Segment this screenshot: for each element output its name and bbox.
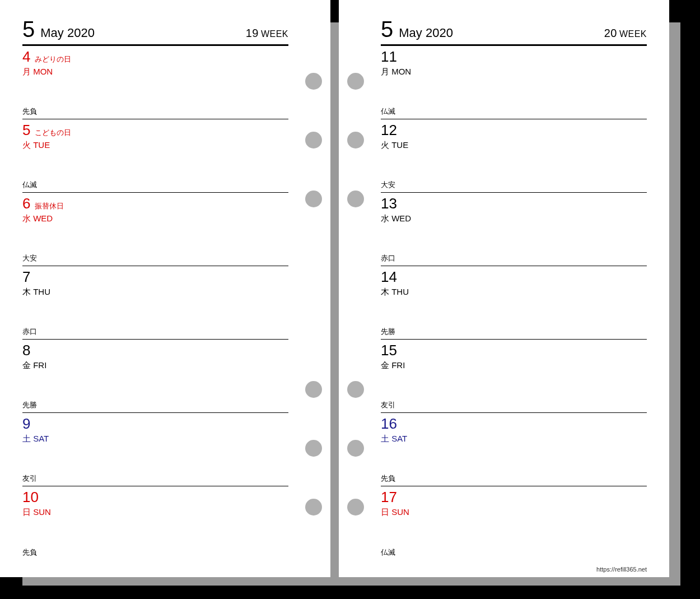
- date-number: 17: [381, 489, 397, 506]
- binder-hole-icon: [305, 440, 322, 457]
- day-of-week: 月 MON: [381, 67, 647, 77]
- day-row: 13水 WED赤口: [381, 193, 647, 266]
- rokuyou-label: 仏滅: [22, 180, 37, 190]
- day-row: 7木 THU赤口: [22, 266, 288, 340]
- page-header: 5 May 2020 20WEEK: [381, 17, 647, 46]
- date-line: 15: [381, 342, 647, 359]
- day-of-week: 水 WED: [22, 213, 288, 224]
- date-line: 7: [22, 268, 288, 286]
- binder-hole-icon: [305, 499, 322, 516]
- date-line: 9: [22, 415, 288, 433]
- date-number: 5: [22, 122, 30, 139]
- day-row: 11月 MON仏滅: [381, 46, 647, 119]
- binder-hole-icon: [305, 191, 322, 207]
- rokuyou-label: 仏滅: [381, 547, 395, 558]
- binder-holes-right: [347, 0, 364, 577]
- footer-url: https://refill365.net: [596, 566, 647, 573]
- month-year-text: May 2020: [399, 26, 453, 40]
- day-row: 8金 FRI先勝: [22, 340, 288, 413]
- date-number: 7: [22, 268, 30, 286]
- date-number: 12: [381, 122, 397, 139]
- day-row: 4みどりの日月 MON先負: [22, 46, 288, 119]
- date-number: 14: [381, 268, 397, 286]
- rokuyou-label: 友引: [381, 400, 395, 410]
- date-number: 6: [22, 195, 30, 212]
- rokuyou-label: 先負: [22, 547, 37, 558]
- planner-spread: 5 May 2020 19WEEK 4みどりの日月 MON先負5こどもの日火 T…: [0, 0, 669, 577]
- day-row: 16土 SAT先負: [381, 413, 647, 486]
- day-row: 12火 TUE大安: [381, 119, 647, 193]
- binder-holes-left: [305, 0, 322, 577]
- month-number: 5: [381, 17, 393, 42]
- binder-hole-icon: [347, 191, 364, 207]
- rokuyou-label: 大安: [22, 253, 37, 263]
- right-page: 5 May 2020 20WEEK 11月 MON仏滅12火 TUE大安13水 …: [339, 0, 669, 577]
- date-line: 10: [22, 489, 288, 506]
- rokuyou-label: 先勝: [381, 327, 395, 337]
- day-of-week: 火 TUE: [381, 140, 647, 151]
- binder-hole-icon: [347, 73, 364, 90]
- date-line: 6振替休日: [22, 195, 288, 212]
- month-year-text: May 2020: [40, 26, 95, 40]
- date-line: 12: [381, 122, 647, 139]
- rokuyou-label: 赤口: [381, 253, 395, 263]
- binder-hole-icon: [347, 440, 364, 457]
- day-of-week: 日 SUN: [381, 507, 647, 518]
- binder-hole-icon: [305, 132, 322, 148]
- week-label: 20WEEK: [604, 27, 647, 40]
- date-line: 16: [381, 415, 647, 433]
- holiday-name: こどもの日: [35, 128, 71, 138]
- binder-hole-icon: [305, 381, 322, 398]
- date-number: 15: [381, 342, 397, 359]
- date-line: 5こどもの日: [22, 122, 288, 139]
- binder-hole-icon: [347, 132, 364, 148]
- day-row: 10日 SUN先負: [22, 486, 288, 560]
- day-of-week: 木 THU: [381, 287, 647, 298]
- day-row: 9土 SAT友引: [22, 413, 288, 486]
- day-of-week: 土 SAT: [22, 434, 288, 444]
- date-number: 9: [22, 415, 30, 433]
- date-line: 11: [381, 48, 647, 66]
- binder-hole-icon: [305, 73, 322, 90]
- day-of-week: 水 WED: [381, 213, 647, 224]
- month-number: 5: [22, 17, 35, 42]
- date-line: 17: [381, 489, 647, 506]
- left-page: 5 May 2020 19WEEK 4みどりの日月 MON先負5こどもの日火 T…: [0, 0, 330, 577]
- holiday-name: みどりの日: [35, 54, 71, 64]
- date-line: 8: [22, 342, 288, 359]
- page-header: 5 May 2020 19WEEK: [22, 17, 288, 46]
- day-of-week: 火 TUE: [22, 140, 288, 151]
- rokuyou-label: 大安: [381, 180, 395, 190]
- week-label: 19WEEK: [246, 27, 288, 40]
- day-of-week: 日 SUN: [22, 507, 288, 518]
- day-of-week: 金 FRI: [381, 360, 647, 371]
- date-line: 14: [381, 268, 647, 286]
- day-row: 14木 THU先勝: [381, 266, 647, 340]
- date-number: 11: [381, 48, 397, 66]
- days-list-right: 11月 MON仏滅12火 TUE大安13水 WED赤口14木 THU先勝15金 …: [381, 46, 647, 560]
- day-of-week: 木 THU: [22, 287, 288, 298]
- holiday-name: 振替休日: [35, 201, 64, 211]
- date-number: 4: [22, 48, 30, 66]
- day-of-week: 月 MON: [22, 67, 288, 77]
- rokuyou-label: 友引: [22, 473, 37, 484]
- date-line: 4みどりの日: [22, 48, 288, 66]
- day-row: 6振替休日水 WED大安: [22, 193, 288, 266]
- day-row: 5こどもの日火 TUE仏滅: [22, 119, 288, 193]
- rokuyou-label: 仏滅: [381, 106, 395, 117]
- date-number: 10: [22, 489, 39, 506]
- days-list-left: 4みどりの日月 MON先負5こどもの日火 TUE仏滅6振替休日水 WED大安7木…: [22, 46, 288, 560]
- rokuyou-label: 先勝: [22, 400, 37, 410]
- rokuyou-label: 先負: [22, 106, 37, 117]
- binder-hole-icon: [347, 381, 364, 398]
- date-number: 13: [381, 195, 397, 212]
- rokuyou-label: 赤口: [22, 327, 37, 337]
- day-row: 15金 FRI友引: [381, 340, 647, 413]
- day-of-week: 金 FRI: [22, 360, 288, 371]
- date-number: 8: [22, 342, 30, 359]
- binder-hole-icon: [347, 499, 364, 516]
- day-row: 17日 SUN仏滅: [381, 486, 647, 560]
- date-line: 13: [381, 195, 647, 212]
- rokuyou-label: 先負: [381, 473, 395, 484]
- day-of-week: 土 SAT: [381, 434, 647, 444]
